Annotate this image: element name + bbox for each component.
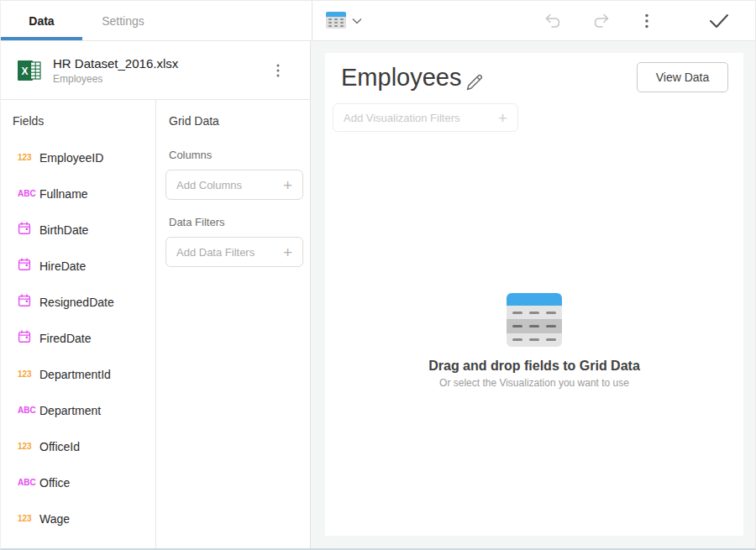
field-item-department[interactable]: 123 ABC Department	[1, 392, 155, 428]
tab-data-label: Data	[29, 14, 54, 28]
edit-title-button[interactable]	[464, 71, 486, 97]
add-columns-dropzone[interactable]: Add Columns +	[165, 170, 303, 200]
field-label: Office	[39, 476, 70, 490]
undo-icon	[543, 11, 563, 31]
pencil-icon	[464, 71, 486, 93]
field-item-departmentid[interactable]: 123 ABC DepartmentId	[1, 356, 155, 392]
calendar-icon	[18, 222, 39, 238]
editor-background: Employees View Data Add Visualization Fi…	[311, 41, 755, 548]
checkmark-icon	[707, 10, 731, 32]
tab-settings-label: Settings	[102, 14, 144, 28]
toolbar-actions	[312, 1, 755, 40]
field-label: FiredDate	[39, 332, 91, 345]
visualization-filters-placeholder: Add Visualization Filters	[344, 112, 460, 124]
field-label: DepartmentId	[39, 368, 111, 381]
field-item-birthdate[interactable]: 123 ABC BirthDate	[1, 212, 155, 248]
overflow-menu-button[interactable]	[637, 11, 657, 31]
number-badge: 123	[18, 442, 39, 451]
number-badge: 123	[18, 153, 39, 162]
save-confirm-button[interactable]	[707, 10, 731, 30]
field-item-fireddate[interactable]: 123 ABC FiredDate	[1, 320, 155, 356]
tab-strip: Data Settings	[1, 1, 312, 40]
tab-settings[interactable]: Settings	[82, 1, 164, 40]
columns-section-label: Columns	[169, 149, 310, 161]
grid-data-panel: Grid Data Columns Add Columns + Data Fil…	[156, 100, 310, 548]
app-window: Data Settings	[0, 0, 756, 550]
field-item-officeid[interactable]: 123 ABC OfficeId	[1, 428, 155, 464]
kebab-icon	[637, 11, 657, 31]
field-label: HireDate	[39, 259, 86, 273]
visualization-card: Employees View Data Add Visualization Fi…	[325, 53, 743, 536]
field-item-employeeid[interactable]: 123 ABC EmployeeID	[1, 139, 155, 175]
grid-data-header: Grid Data	[156, 100, 310, 128]
visualization-type-picker[interactable]	[326, 12, 362, 29]
excel-icon: X	[17, 58, 42, 83]
kebab-icon	[268, 60, 288, 81]
data-source-panel: X HR Dataset_2016.xlsx Employees Fields …	[1, 41, 311, 548]
field-item-hiredate[interactable]: 123 ABC HireDate	[1, 248, 155, 284]
field-label: OfficeId	[39, 440, 80, 453]
field-label: Wage	[39, 512, 70, 526]
field-label: BirthDate	[39, 223, 88, 237]
grid-placeholder-icon	[507, 293, 562, 347]
calendar-icon	[18, 330, 39, 347]
active-tab-indicator	[1, 37, 82, 40]
field-item-fullname[interactable]: 123 ABC Fullname	[1, 175, 155, 212]
field-label: Fullname	[39, 187, 88, 201]
text-badge: ABC	[18, 406, 39, 415]
add-data-filters-placeholder: Add Data Filters	[176, 246, 255, 259]
field-item-resigneddate[interactable]: 123 ABC ResignedDate	[1, 284, 155, 320]
visualization-title: Employees	[341, 64, 461, 92]
datasource-name: HR Dataset_2016.xlsx	[53, 56, 178, 71]
add-columns-placeholder: Add Columns	[176, 179, 242, 191]
empty-state: Drag and drop fields to Grid Data Or sel…	[325, 293, 743, 389]
redo-icon	[591, 11, 612, 31]
view-data-button[interactable]: View Data	[637, 62, 728, 92]
add-data-filters-dropzone[interactable]: Add Data Filters +	[165, 237, 303, 267]
chevron-down-icon	[352, 13, 362, 28]
grid-visualization-icon	[326, 12, 346, 29]
text-badge: ABC	[18, 478, 39, 487]
calendar-icon	[18, 294, 39, 311]
field-item-wage[interactable]: 123 ABC Wage	[1, 500, 155, 537]
redo-button[interactable]	[591, 11, 612, 31]
empty-state-subtitle: Or select the Visualization you want to …	[325, 377, 743, 389]
field-label: Department	[39, 404, 101, 417]
data-filters-section-label: Data Filters	[169, 216, 310, 228]
fields-header: Fields	[1, 100, 155, 128]
datasource-header: X HR Dataset_2016.xlsx Employees	[1, 41, 310, 100]
field-item-office[interactable]: 123 ABC Office	[1, 464, 155, 500]
top-toolbar: Data Settings	[1, 1, 755, 41]
plus-icon: +	[283, 177, 292, 193]
add-visualization-filters-dropzone[interactable]: Add Visualization Filters +	[333, 103, 518, 132]
datasource-sheet: Employees	[53, 73, 178, 85]
plus-icon: +	[498, 110, 507, 126]
plus-icon: +	[283, 244, 292, 260]
text-badge: ABC	[18, 189, 39, 198]
datasource-menu-button[interactable]	[268, 60, 288, 84]
tab-data[interactable]: Data	[1, 1, 82, 40]
fields-list: 123 ABC EmployeeID 123 ABC Fullname	[1, 139, 155, 537]
number-badge: 123	[18, 514, 39, 523]
empty-state-title: Drag and drop fields to Grid Data	[325, 359, 743, 374]
calendar-icon	[18, 258, 39, 275]
fields-panel: Fields 123 ABC EmployeeID 123 ABC	[1, 100, 156, 548]
undo-button[interactable]	[543, 11, 563, 31]
field-label: EmployeeID	[39, 151, 103, 165]
number-badge: 123	[18, 369, 39, 379]
field-label: ResignedDate	[39, 296, 114, 309]
svg-text:X: X	[21, 65, 28, 76]
